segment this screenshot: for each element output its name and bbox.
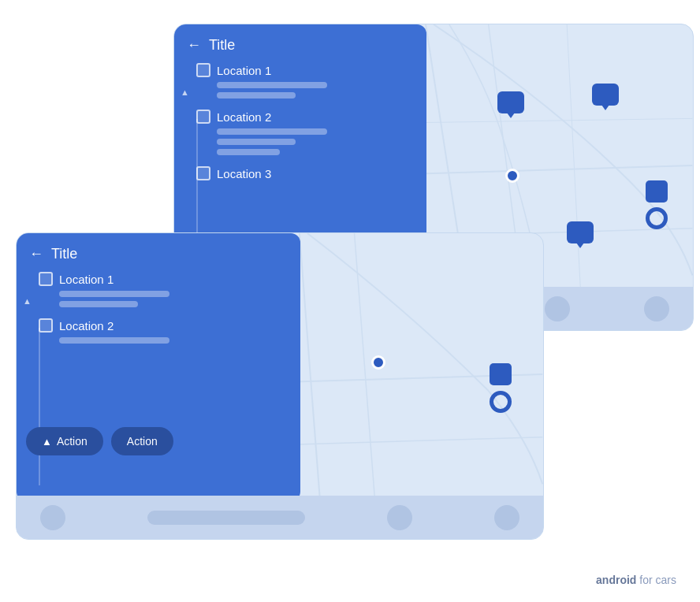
svg-line-4 xyxy=(567,24,583,330)
bar xyxy=(217,139,296,145)
bottom-bar-front xyxy=(17,496,543,539)
card-front: ← Title ▲ Location 1 xyxy=(16,232,544,540)
location-name-f2: Location 2 xyxy=(59,319,114,333)
nav-pill-f1[interactable] xyxy=(147,511,305,525)
location-checkbox-3[interactable] xyxy=(196,166,210,180)
location-name-3: Location 3 xyxy=(217,167,271,180)
location-name-1: Location 1 xyxy=(217,64,271,77)
location-checkbox-2[interactable] xyxy=(196,110,210,124)
nav-circle-f1[interactable] xyxy=(40,505,65,530)
branding: android for cars xyxy=(596,574,676,586)
branding-bold: android xyxy=(596,574,636,586)
location-name-f1: Location 1 xyxy=(59,273,114,286)
panel-front: ← Title ▲ Location 1 xyxy=(17,233,300,501)
map-square-icon-1 xyxy=(646,180,668,203)
list-item: Location 1 xyxy=(196,63,417,98)
map-chat-icon-3 xyxy=(567,221,594,243)
list-item: Location 2 xyxy=(196,110,417,155)
action-button-2[interactable]: Action xyxy=(111,427,173,455)
bar xyxy=(217,92,296,98)
nav-circle-f3[interactable] xyxy=(494,505,519,530)
chevron-up-icon[interactable]: ▲ xyxy=(181,87,189,97)
bar xyxy=(59,291,169,297)
bar xyxy=(217,128,327,135)
action-button-2-label: Action xyxy=(127,435,158,448)
map-chat-icon-1 xyxy=(497,91,524,113)
location-checkbox-1[interactable] xyxy=(196,63,210,77)
list-item: Location 2 xyxy=(39,318,291,344)
bar xyxy=(217,149,280,155)
map-ring-icon-2 xyxy=(490,391,512,413)
map-dot-icon-2 xyxy=(371,355,385,370)
bar xyxy=(217,82,327,88)
action-buttons-container: ▲ Action Action xyxy=(26,427,173,455)
nav-circle-f2[interactable] xyxy=(387,505,412,530)
bar xyxy=(59,301,138,307)
list-item: Location 1 xyxy=(39,272,291,307)
nav-circle-2[interactable] xyxy=(545,296,570,321)
back-arrow-front-icon[interactable]: ← xyxy=(29,246,43,262)
chevron-up-front-icon[interactable]: ▲ xyxy=(23,296,32,306)
panel-back-title: Title xyxy=(209,37,235,54)
map-square-icon-2 xyxy=(490,363,512,385)
svg-line-6 xyxy=(300,233,323,539)
map-dot-icon-1 xyxy=(505,169,519,183)
panel-front-title: Title xyxy=(51,246,77,262)
location-name-2: Location 2 xyxy=(217,110,271,124)
branding-rest: for cars xyxy=(636,574,676,586)
bar xyxy=(59,337,169,344)
list-item: Location 3 xyxy=(196,166,417,180)
location-checkbox-f1[interactable] xyxy=(39,272,53,286)
map-ring-icon-1 xyxy=(646,207,668,229)
location-checkbox-f2[interactable] xyxy=(39,318,53,333)
action-button-1-label: Action xyxy=(57,435,88,448)
navigation-icon: ▲ xyxy=(42,436,52,448)
action-button-1[interactable]: ▲ Action xyxy=(26,427,103,455)
back-arrow-icon[interactable]: ← xyxy=(187,37,201,54)
divider-line-front xyxy=(39,328,40,485)
nav-circle-3[interactable] xyxy=(644,296,669,321)
map-chat-icon-2 xyxy=(592,84,619,106)
